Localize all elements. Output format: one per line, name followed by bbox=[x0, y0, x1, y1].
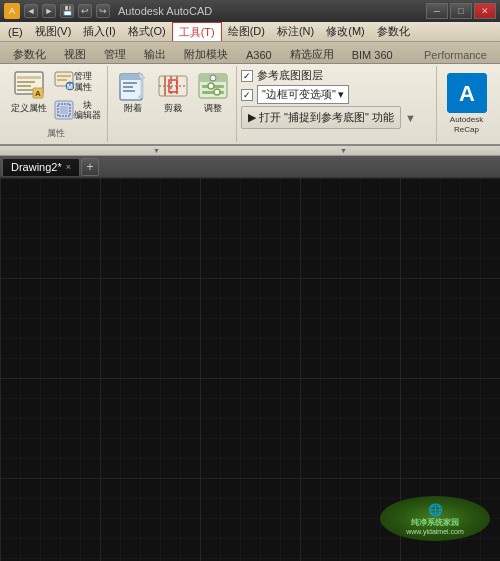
ribbon-group-reference: 附着 剪裁 bbox=[110, 66, 237, 142]
adjust-button[interactable]: 调整 bbox=[194, 68, 232, 116]
drawing-area: 🌐 纯净系统家园 www.yidaimei.com bbox=[0, 178, 500, 561]
maximize-button[interactable]: □ bbox=[450, 3, 472, 19]
border-checkbox[interactable]: ✓ bbox=[241, 89, 253, 101]
block-editor-button[interactable]: 块编辑器 bbox=[52, 97, 103, 124]
ribbon-right-panel: ✓ 参考底图图层 ✓ "边框可变选项" ▾ ▶ 打开 "捕捉到参考底图" 功能 … bbox=[239, 66, 434, 142]
block-editor-label: 块编辑器 bbox=[74, 100, 101, 122]
autodesk-recap-panel: A Autodesk ReCap bbox=[436, 66, 496, 142]
tab-featured[interactable]: 精选应用 bbox=[281, 45, 343, 63]
svg-text:M: M bbox=[67, 83, 73, 90]
group-attributes-label: 属性 bbox=[47, 125, 65, 140]
svg-rect-18 bbox=[123, 86, 133, 88]
svg-point-26 bbox=[208, 83, 214, 89]
layer-checkbox[interactable]: ✓ bbox=[241, 70, 253, 82]
ribbon-group-content-attributes: A 定义属性 M bbox=[8, 68, 103, 125]
ribbon-collapse-arrow[interactable]: ▼ bbox=[153, 147, 160, 154]
ribbon-expand-arrow-right[interactable]: ▼ bbox=[340, 147, 347, 154]
window-controls: ─ □ ✕ bbox=[426, 3, 496, 19]
menu-draw[interactable]: 绘图(D) bbox=[222, 22, 271, 41]
ribbon-group-content-reference: 附着 剪裁 bbox=[114, 68, 232, 138]
menu-modify[interactable]: 修改(M) bbox=[320, 22, 371, 41]
autodesk-label: Autodesk ReCap bbox=[450, 115, 483, 134]
app-icon: A bbox=[4, 3, 20, 19]
ribbon-tabs: 参数化 视图 管理 输出 附加模块 A360 精选应用 BIM 360 Perf… bbox=[0, 42, 500, 64]
manage-attr-icon: M bbox=[54, 71, 74, 91]
menu-tools[interactable]: 工具(T) bbox=[172, 22, 222, 41]
svg-rect-8 bbox=[57, 75, 71, 77]
quick-access-undo[interactable]: ↩ bbox=[78, 4, 92, 18]
svg-rect-14 bbox=[60, 106, 68, 114]
tab-manage[interactable]: 管理 bbox=[95, 45, 135, 63]
svg-rect-1 bbox=[17, 76, 41, 79]
tab-a360[interactable]: A360 bbox=[237, 45, 281, 63]
border-text: "边框可变选项" bbox=[262, 87, 336, 102]
watermark: 🌐 纯净系统家园 www.yidaimei.com bbox=[380, 496, 490, 541]
adjust-icon bbox=[197, 70, 229, 102]
menu-e[interactable]: (E) bbox=[2, 22, 29, 41]
menu-format[interactable]: 格式(O) bbox=[122, 22, 172, 41]
tab-addons[interactable]: 附加模块 bbox=[175, 45, 237, 63]
svg-rect-19 bbox=[123, 90, 135, 92]
menu-dimension[interactable]: 标注(N) bbox=[271, 22, 320, 41]
watermark-text2: www.yidaimei.com bbox=[406, 528, 464, 535]
quick-access-forward[interactable]: ► bbox=[42, 4, 56, 18]
doc-tab-name: Drawing2* bbox=[11, 161, 62, 173]
manage-attributes-button[interactable]: M 管理属性 bbox=[52, 68, 103, 95]
main-content: (E) 视图(V) 插入(I) 格式(O) 工具(T) 绘图(D) 标注(N) … bbox=[0, 22, 500, 561]
open-snap-button[interactable]: ▶ 打开 "捕捉到参考底图" 功能 bbox=[241, 106, 401, 129]
ribbon-group-attributes: A 定义属性 M bbox=[4, 66, 108, 142]
tab-bim360[interactable]: BIM 360 bbox=[343, 45, 402, 63]
menu-bar: (E) 视图(V) 插入(I) 格式(O) 工具(T) 绘图(D) 标注(N) … bbox=[0, 22, 500, 42]
ribbon-row-layer: ✓ 参考底图图层 bbox=[241, 68, 432, 83]
layer-text: 参考底图图层 bbox=[257, 68, 323, 83]
minimize-button[interactable]: ─ bbox=[426, 3, 448, 19]
open-btn-expand[interactable]: ▼ bbox=[405, 112, 416, 124]
quick-access-back[interactable]: ◄ bbox=[24, 4, 38, 18]
close-button[interactable]: ✕ bbox=[474, 3, 496, 19]
quick-access-save[interactable]: 💾 bbox=[60, 4, 74, 18]
adjust-label: 调整 bbox=[204, 103, 222, 114]
define-attributes-button[interactable]: A 定义属性 bbox=[8, 68, 50, 116]
attach-icon bbox=[117, 70, 149, 102]
attach-label: 附着 bbox=[124, 103, 142, 114]
watermark-icon: 🌐 bbox=[428, 503, 443, 517]
doc-tab-add[interactable]: + bbox=[81, 158, 99, 176]
autodesk-recap-logo[interactable]: A bbox=[447, 73, 487, 113]
block-editor-icon bbox=[54, 100, 74, 120]
tab-output[interactable]: 输出 bbox=[135, 45, 175, 63]
define-attr-icon: A bbox=[13, 70, 45, 102]
tab-params[interactable]: 参数化 bbox=[4, 45, 55, 63]
ribbon-expand-bar: ▼ ▼ bbox=[0, 146, 500, 156]
svg-point-24 bbox=[210, 75, 216, 81]
menu-params[interactable]: 参数化 bbox=[371, 22, 416, 41]
open-btn-icon: ▶ bbox=[248, 111, 256, 124]
clip-button[interactable]: 剪裁 bbox=[154, 68, 192, 116]
title-bar: A ◄ ► 💾 ↩ ↪ Autodesk AutoCAD ─ □ ✕ bbox=[0, 0, 500, 22]
svg-rect-2 bbox=[17, 81, 35, 83]
svg-text:A: A bbox=[35, 89, 41, 98]
svg-point-28 bbox=[214, 89, 220, 95]
doc-tab-close[interactable]: × bbox=[66, 162, 71, 172]
doc-tab-drawing2[interactable]: Drawing2* × bbox=[2, 158, 80, 176]
quick-access-redo[interactable]: ↪ bbox=[96, 4, 110, 18]
define-attr-label: 定义属性 bbox=[11, 103, 47, 114]
svg-rect-3 bbox=[17, 85, 31, 87]
border-dropdown-arrow: ▾ bbox=[338, 88, 344, 101]
tab-view[interactable]: 视图 bbox=[55, 45, 95, 63]
svg-rect-9 bbox=[57, 79, 67, 81]
menu-insert[interactable]: 插入(I) bbox=[77, 22, 121, 41]
border-dropdown[interactable]: "边框可变选项" ▾ bbox=[257, 85, 349, 104]
svg-rect-16 bbox=[120, 74, 142, 80]
ribbon-row-border: ✓ "边框可变选项" ▾ bbox=[241, 85, 432, 104]
open-btn-text: 打开 "捕捉到参考底图" 功能 bbox=[259, 110, 394, 125]
title-bar-title: Autodesk AutoCAD bbox=[118, 5, 422, 17]
ribbon-panel: A 定义属性 M bbox=[0, 64, 500, 146]
menu-view[interactable]: 视图(V) bbox=[29, 22, 78, 41]
svg-rect-17 bbox=[123, 82, 137, 84]
attach-button[interactable]: 附着 bbox=[114, 68, 152, 116]
clip-label: 剪裁 bbox=[164, 103, 182, 114]
manage-attr-label: 管理属性 bbox=[74, 71, 92, 93]
ribbon-row-open: ▶ 打开 "捕捉到参考底图" 功能 ▼ bbox=[241, 106, 432, 129]
tab-performance[interactable]: Performance bbox=[415, 45, 496, 63]
document-tabs: Drawing2* × + bbox=[0, 156, 500, 178]
